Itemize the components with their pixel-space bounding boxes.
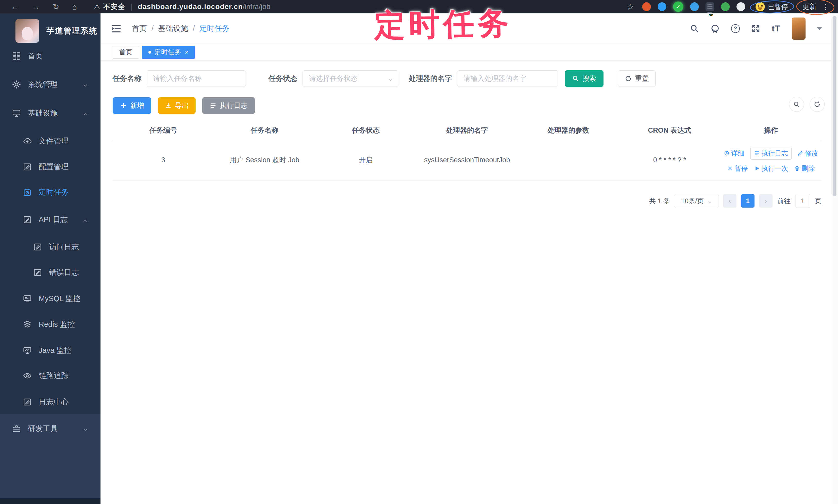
sidebar-item-label: 首页	[28, 51, 43, 61]
jobs-table: 任务编号 任务名称 任务状态 处理器的名字 处理器的参数 CRON 表达式 操作…	[112, 121, 821, 181]
extension-icon-on-switch[interactable]: on	[705, 2, 714, 11]
sidebar: 芋道管理系统 首页 系统管理 基础设施 文件管理 配置管理 定时任务	[0, 13, 101, 504]
table-header-row: 任务编号 任务名称 任务状态 处理器的名字 处理器的参数 CRON 表达式 操作	[112, 121, 821, 140]
toggle-search-icon-button[interactable]	[789, 97, 804, 112]
export-button[interactable]: 导出	[158, 97, 196, 114]
github-icon[interactable]	[711, 24, 720, 33]
sidebar-item-trace[interactable]: 链路追踪	[0, 364, 101, 387]
row-execution-log-link[interactable]: 执行日志	[750, 147, 792, 160]
scrollbar-thumb[interactable]	[833, 16, 836, 196]
tabs-bar: 首页 定时任务 ×	[101, 44, 831, 61]
search-button[interactable]: 搜索	[565, 70, 604, 87]
url-bar[interactable]: ⚠ 不安全 | dashboard.yudao.iocoder.cn /infr…	[94, 2, 270, 11]
forward-icon[interactable]: →	[32, 3, 40, 11]
sidebar-item-config-management[interactable]: 配置管理	[0, 156, 101, 178]
sidebar-item-redis-monitor[interactable]: Redis 监控	[0, 313, 101, 336]
task-name-label: 任务名称	[112, 74, 141, 84]
extension-icon-blue-pin[interactable]	[658, 2, 666, 11]
sidebar-item-infrastructure[interactable]: 基础设施	[0, 102, 101, 125]
next-page-button[interactable]: ›	[759, 194, 772, 208]
edit-square-icon	[23, 162, 32, 172]
task-status-select[interactable]: 请选择任务状态	[302, 70, 398, 87]
extension-icon-green-check[interactable]: ✓	[673, 2, 683, 12]
reset-button[interactable]: 重置	[618, 70, 656, 87]
sidebar-item-error-logs[interactable]: 错误日志	[0, 261, 101, 284]
browser-right-cluster: ☆ ✓ on 已暂停 更新 ⋮	[626, 1, 838, 12]
app-title: 芋道管理系统	[46, 25, 98, 36]
avatar-caret-icon[interactable]	[817, 27, 822, 30]
detail-link[interactable]: 详细	[723, 148, 745, 158]
tab-label: 定时任务	[154, 48, 181, 57]
tab-home[interactable]: 首页	[112, 46, 139, 59]
update-button[interactable]: 更新	[802, 2, 816, 11]
help-icon[interactable]: ?	[731, 24, 740, 33]
col-cron: CRON 表达式	[619, 121, 720, 140]
sidebar-item-api-logs[interactable]: API 日志	[0, 208, 101, 231]
tab-scheduled-tasks[interactable]: 定时任务 ×	[142, 46, 195, 59]
breadcrumb-item-home[interactable]: 首页	[132, 23, 147, 34]
row-execution-log-label: 执行日志	[762, 148, 788, 158]
document-edit-icon	[33, 242, 42, 252]
run-once-link[interactable]: 执行一次	[754, 163, 788, 174]
browser-profile-chip[interactable]: 已暂停	[752, 2, 792, 11]
sidebar-item-scheduled-tasks[interactable]: 定时任务	[0, 181, 101, 204]
handler-name-input[interactable]	[457, 70, 558, 87]
profile-paused-label: 已暂停	[768, 2, 788, 11]
sidebar-fold-icon[interactable]	[110, 23, 122, 34]
extension-icon-orange[interactable]	[642, 2, 651, 11]
edit-link[interactable]: 修改	[797, 148, 818, 158]
browser-update-area: 更新 ⋮	[798, 1, 833, 12]
page-size-select[interactable]: 10条/页	[675, 194, 718, 208]
sidebar-item-label: 基础设施	[28, 108, 58, 119]
cell-job-id: 3	[112, 140, 214, 180]
delete-link[interactable]: 删除	[794, 163, 815, 174]
fullscreen-icon[interactable]	[751, 24, 761, 33]
tab-close-icon[interactable]: ×	[185, 49, 188, 56]
font-size-icon[interactable]: tT	[772, 24, 780, 34]
profile-avatar-emoji	[755, 2, 765, 11]
table-toolbar: 新增 导出 执行日志	[112, 97, 255, 114]
sidebar-item-home[interactable]: 首页	[0, 45, 101, 68]
page-scrollbar[interactable]	[831, 13, 838, 504]
sidebar-item-access-logs[interactable]: 访问日志	[0, 236, 101, 258]
breadcrumb-separator: /	[152, 24, 154, 33]
kebab-menu-icon[interactable]: ⋮	[821, 2, 829, 11]
sidebar-item-devtools[interactable]: 研发工具	[0, 417, 101, 440]
table-row: 3 用户 Session 超时 Job 开启 sysUserSessionTim…	[112, 140, 821, 180]
back-icon[interactable]: ←	[11, 3, 19, 11]
extension-icon-green-leaf[interactable]	[721, 2, 730, 11]
col-handler-param: 处理器的参数	[518, 121, 619, 140]
page-unit-label: 页	[815, 197, 821, 205]
refresh-icon-button[interactable]	[810, 97, 825, 112]
eye-icon	[23, 371, 32, 380]
user-avatar[interactable]	[792, 18, 805, 40]
cell-cron: 0 * * * * ? *	[619, 140, 720, 180]
home-icon[interactable]: ⌂	[72, 3, 77, 11]
extension-icon-ghost[interactable]	[736, 2, 745, 11]
bookmark-star-icon[interactable]: ☆	[626, 2, 634, 12]
sidebar-item-system[interactable]: 系统管理	[0, 73, 101, 96]
sidebar-item-mysql-monitor[interactable]: MySQL 监控	[0, 287, 101, 310]
task-name-input[interactable]	[146, 70, 246, 87]
page-number-1[interactable]: 1	[741, 194, 754, 208]
reload-icon[interactable]: ↻	[53, 3, 59, 11]
col-job-status: 任务状态	[315, 121, 416, 140]
execution-log-button[interactable]: 执行日志	[202, 97, 255, 114]
goto-label: 前往	[777, 197, 790, 205]
sidebar-item-log-center[interactable]: 日志中心	[0, 391, 101, 413]
add-button[interactable]: 新增	[112, 97, 151, 114]
document-edit-icon	[23, 215, 32, 224]
extension-icon-blue-cube[interactable]	[690, 2, 699, 11]
search-icon[interactable]	[690, 24, 699, 33]
execution-log-button-label: 执行日志	[220, 101, 248, 110]
col-handler-name: 处理器的名字	[416, 121, 518, 140]
security-label: 不安全	[103, 2, 125, 11]
breadcrumb-item-infrastructure[interactable]: 基础设施	[158, 23, 188, 34]
pause-link[interactable]: 暂停	[727, 163, 748, 174]
sidebar-item-file-management[interactable]: 文件管理	[0, 130, 101, 152]
col-actions: 操作	[720, 121, 821, 140]
sidebar-item-java-monitor[interactable]: Java 监控	[0, 339, 101, 362]
goto-page-input[interactable]	[795, 194, 810, 208]
prev-page-button[interactable]: ‹	[723, 194, 736, 208]
chart-monitor-icon	[23, 346, 32, 355]
